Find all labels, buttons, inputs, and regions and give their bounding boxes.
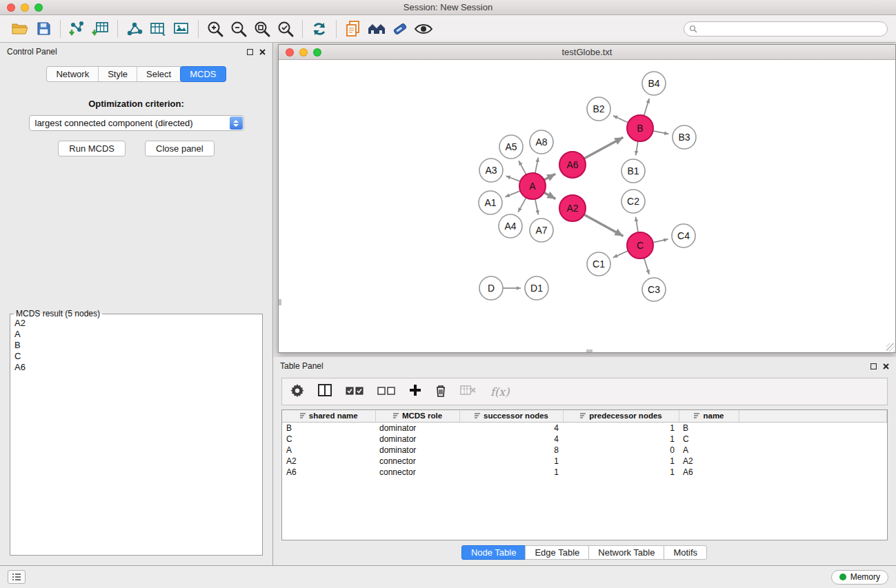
zoom-selected-icon[interactable] [274,18,297,40]
graph-edge-B-B1[interactable] [636,141,638,156]
network-graph[interactable]: B4B2BB3A5A8A6B1A3AC2A1A2A4A7C4CC1C3DD1 [279,60,895,352]
documents-icon[interactable] [341,18,365,40]
graph-node-D[interactable]: D [479,276,503,300]
graph-edge-A-A5[interactable] [519,161,526,174]
graph-edge-A-A7[interactable] [535,199,539,215]
memory-button[interactable]: Memory [831,570,888,585]
vertical-scroll-notch[interactable] [279,299,281,305]
close-panel-button[interactable]: Close panel [145,141,215,156]
graph-edge-A-A6[interactable] [544,174,556,180]
graph-node-A7[interactable]: A7 [530,219,553,242]
tab-mcds[interactable]: MCDS [180,66,226,82]
graph-edge-A-A2[interactable] [544,192,556,199]
graph-node-A6[interactable]: A6 [559,152,586,178]
network-overview-icon[interactable] [365,18,388,40]
minimize-window-button[interactable] [21,3,29,12]
export-image-icon[interactable] [170,18,193,40]
network-minimize-button[interactable] [299,48,308,57]
graph-edge-A2-C[interactable] [584,214,624,236]
column-header-successor-nodes[interactable]: successor nodes [459,410,563,423]
graph-node-A[interactable]: A [519,173,546,199]
window-resize-handle[interactable] [886,343,895,352]
graph-edge-B-B3[interactable] [653,131,669,134]
select-all-rows-icon[interactable] [346,385,364,398]
graph-node-C[interactable]: C [627,232,653,258]
show-graphics-details-icon[interactable] [412,18,435,40]
graph-edge-A-A8[interactable] [535,158,539,174]
column-header-shared-name[interactable]: shared name [282,410,375,423]
network-close-button[interactable] [286,48,294,57]
result-item[interactable]: C [14,351,258,362]
zoom-out-icon[interactable] [227,18,250,40]
close-window-button[interactable] [7,3,15,12]
import-table-icon[interactable] [89,18,112,40]
graph-node-C1[interactable]: C1 [587,252,610,276]
zoom-in-icon[interactable] [203,18,227,40]
tab-motifs[interactable]: Motifs [664,545,707,560]
run-mcds-button[interactable]: Run MCDS [58,141,126,156]
graph-edge-B-B2[interactable] [613,116,628,123]
graph-node-A5[interactable]: A5 [499,135,523,159]
tab-network-table[interactable]: Network Table [588,545,664,560]
graph-edge-C-C4[interactable] [653,239,668,243]
result-item[interactable]: B [14,340,258,351]
graph-node-A1[interactable]: A1 [479,191,502,214]
tab-style[interactable]: Style [99,67,137,81]
graph-node-C4[interactable]: C4 [672,224,695,247]
graph-edge-C-C2[interactable] [636,217,639,233]
result-item[interactable]: A2 [14,318,258,329]
tab-select[interactable]: Select [137,67,181,81]
graph-node-B2[interactable]: B2 [587,97,610,121]
graph-edge-A6-B[interactable] [584,137,624,159]
open-folder-icon[interactable] [8,18,32,40]
column-header-mcds-role[interactable]: MCDS role [375,410,459,423]
deselect-all-rows-icon[interactable] [377,385,395,398]
graph-node-A8[interactable]: A8 [530,130,553,154]
graph-edge-C-C3[interactable] [644,258,649,274]
graph-node-A4[interactable]: A4 [499,214,522,238]
table-row[interactable]: Cdominator41C [282,434,887,445]
table-row[interactable]: A2connector11A2 [282,456,887,467]
graph-edge-C-C1[interactable] [613,251,628,258]
float-panel-icon[interactable] [247,49,253,55]
graph-node-B[interactable]: B [627,115,653,141]
tab-node-table[interactable]: Node Table [461,545,526,560]
apply-layout-icon[interactable] [308,18,331,40]
search-box[interactable] [684,21,888,37]
zoom-fit-icon[interactable] [250,18,274,40]
graph-node-B4[interactable]: B4 [642,72,666,95]
graph-node-C2[interactable]: C2 [621,190,645,213]
table-row[interactable]: A6connector11A6 [282,467,887,478]
zoom-window-button[interactable] [34,3,43,12]
tab-edge-table[interactable]: Edge Table [525,545,589,560]
new-table-icon[interactable] [146,18,170,40]
graph-node-B1[interactable]: B1 [621,159,645,183]
close-panel-icon[interactable] [883,363,889,369]
horizontal-scroll-notch[interactable] [586,349,593,352]
import-network-icon[interactable] [66,18,89,40]
graph-edge-B-B4[interactable] [644,99,650,116]
style-tool-icon[interactable] [388,18,412,40]
add-column-icon[interactable] [409,384,421,399]
result-item[interactable]: A [14,329,258,340]
tab-network[interactable]: Network [47,67,99,81]
float-panel-icon[interactable] [870,363,877,369]
column-header-predecessor-nodes[interactable]: predecessor nodes [563,410,679,423]
task-history-button[interactable] [8,570,26,584]
result-item[interactable]: A6 [14,362,258,373]
network-zoom-button[interactable] [313,48,321,57]
close-panel-icon[interactable] [259,49,266,55]
graph-node-A2[interactable]: A2 [559,195,586,221]
new-network-icon[interactable] [123,18,146,40]
graph-edge-A-A1[interactable] [505,191,520,197]
delete-column-icon[interactable] [435,384,446,400]
table-row[interactable]: Bdominator41B [282,423,887,434]
table-settings-gear-icon[interactable] [290,383,304,400]
table-row[interactable]: Adominator80A [282,445,887,456]
save-icon[interactable] [32,18,55,40]
graph-node-D1[interactable]: D1 [525,276,548,300]
show-columns-icon[interactable] [318,384,332,399]
graph-node-C3[interactable]: C3 [642,278,666,301]
network-canvas[interactable]: B4B2BB3A5A8A6B1A3AC2A1A2A4A7C4CC1C3DD1 [279,60,895,352]
graph-node-B3[interactable]: B3 [673,125,696,149]
